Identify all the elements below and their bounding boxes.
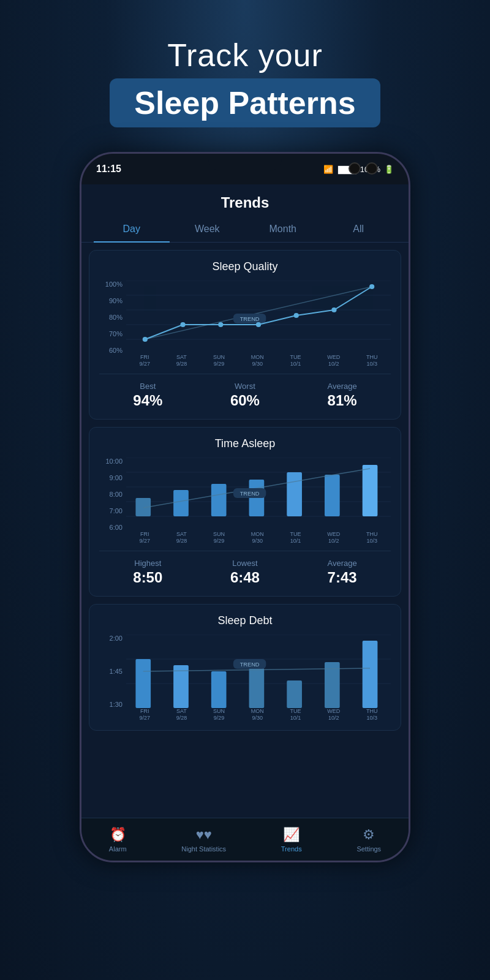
time-asleep-y-axis: 10:00 9:00 8:00 7:00 6:00: [99, 458, 126, 531]
svg-point-13: [331, 307, 336, 312]
nav-settings[interactable]: ⚙ Settings: [356, 827, 381, 853]
stat-worst: Worst 60%: [230, 382, 260, 409]
tab-week[interactable]: Week: [170, 216, 246, 242]
phone-time: 11:15: [96, 164, 121, 175]
svg-point-9: [180, 322, 185, 327]
nav-settings-label: Settings: [356, 845, 381, 853]
bottom-nav: ⏰ Alarm ♥♥ Night Statistics 📈 Trends ⚙ S…: [81, 818, 409, 861]
sleep-debt-card: Sleep Debt 2:00 1:45 1:30: [89, 604, 401, 731]
svg-text:TREND: TREND: [240, 491, 260, 497]
time-asleep-x-axis: FRI9/27 SAT9/28 SUN9/29 MON9/30 TUE10/1 …: [126, 531, 391, 543]
bar-chart-icon: ♥♥: [196, 827, 212, 843]
sleep-quality-stats: Best 94% Worst 60% Average 81%: [99, 374, 391, 409]
svg-rect-25: [325, 475, 340, 516]
sleep-debt-x-axis: FRI9/27 SAT9/28 SUN9/29 MON9/30 TUE10/1 …: [126, 708, 391, 720]
svg-rect-21: [173, 490, 189, 516]
app-title: Trends: [81, 184, 409, 216]
hero-line1: Track your: [110, 37, 380, 74]
sleep-quality-chart: 100% 90% 80% 70% 60%: [99, 281, 391, 366]
svg-rect-34: [173, 665, 189, 708]
sleep-debt-svg: TREND: [126, 635, 391, 708]
svg-text:TREND: TREND: [240, 662, 260, 668]
sleep-debt-chart-area: TREND: [126, 635, 391, 708]
svg-point-11: [256, 322, 261, 327]
stat-highest: Highest 8:50: [133, 559, 162, 586]
tabs-bar: Day Week Month All: [81, 216, 409, 243]
nav-night-stats[interactable]: ♥♥ Night Statistics: [181, 827, 226, 853]
sleep-quality-title: Sleep Quality: [99, 260, 391, 273]
svg-point-10: [218, 322, 223, 327]
time-asleep-chart: 10:00 9:00 8:00 7:00 6:00: [99, 458, 391, 543]
phone-notch: [208, 154, 282, 171]
svg-rect-26: [363, 465, 378, 516]
battery-icon: 🔋: [384, 165, 394, 174]
svg-rect-37: [287, 680, 302, 708]
time-asleep-title: Time Asleep: [99, 437, 391, 450]
svg-rect-36: [249, 668, 265, 708]
sleep-quality-chart-area: TREND: [126, 281, 391, 354]
svg-rect-22: [211, 484, 227, 516]
stat-average-time: Average 7:43: [328, 559, 357, 586]
sleep-debt-chart: 2:00 1:45 1:30: [99, 635, 391, 720]
sleep-debt-title: Sleep Debt: [99, 614, 391, 627]
svg-rect-24: [287, 472, 302, 516]
phone-frame: 11:15 📶 ▇▇▇ 100% 🔋 Trends Day Week Month…: [80, 152, 410, 862]
settings-icon: ⚙: [363, 827, 375, 843]
nav-trends-label: Trends: [281, 845, 302, 853]
wifi-icon: 📶: [323, 165, 333, 174]
time-asleep-card: Time Asleep 10:00 9:00 8:00 7:00 6:00: [89, 427, 401, 597]
svg-point-8: [143, 337, 148, 342]
nav-night-stats-label: Night Statistics: [181, 845, 226, 853]
alarm-icon: ⏰: [110, 827, 126, 843]
tab-day[interactable]: Day: [94, 216, 170, 242]
sleep-quality-card: Sleep Quality 100% 90% 80% 70% 60%: [89, 250, 401, 420]
sleep-quality-y-axis: 100% 90% 80% 70% 60%: [99, 281, 126, 354]
time-asleep-chart-area: TREND: [126, 458, 391, 531]
sleep-debt-y-axis: 2:00 1:45 1:30: [99, 635, 126, 708]
hero-section: Track your Sleep Patterns: [110, 0, 380, 127]
svg-point-14: [369, 284, 374, 289]
hero-line2-box: Sleep Patterns: [110, 78, 380, 127]
sleep-quality-svg: TREND: [126, 281, 391, 354]
tab-all[interactable]: All: [321, 216, 397, 242]
svg-line-5: [145, 287, 372, 339]
svg-rect-39: [363, 641, 378, 708]
stat-lowest: Lowest 6:48: [230, 559, 260, 586]
nav-trends[interactable]: 📈 Trends: [281, 827, 302, 853]
stat-average: Average 81%: [328, 382, 357, 409]
svg-rect-33: [135, 659, 151, 708]
svg-point-12: [294, 313, 299, 318]
sleep-quality-x-axis: FRI9/27 SAT9/28 SUN9/29 MON9/30 TUE10/1 …: [126, 354, 391, 366]
app-content[interactable]: Trends Day Week Month All Sleep Quality …: [81, 184, 409, 861]
nav-alarm[interactable]: ⏰ Alarm: [109, 827, 127, 853]
stat-best: Best 94%: [133, 382, 162, 409]
svg-text:TREND: TREND: [240, 316, 260, 322]
nav-alarm-label: Alarm: [109, 845, 127, 853]
tab-month[interactable]: Month: [245, 216, 321, 242]
hero-line2: Sleep Patterns: [134, 85, 355, 121]
svg-rect-35: [211, 671, 227, 708]
time-asleep-svg: TREND: [126, 458, 391, 531]
trend-icon: 📈: [283, 827, 300, 843]
camera-right: [366, 162, 378, 175]
time-asleep-stats: Highest 8:50 Lowest 6:48 Average 7:43: [99, 551, 391, 586]
camera-left: [349, 162, 361, 175]
